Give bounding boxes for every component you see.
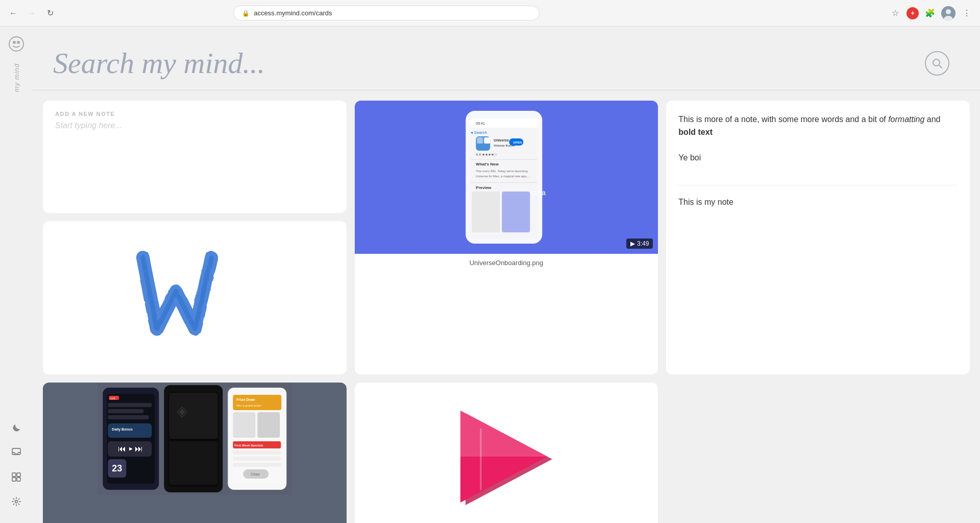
svg-text:⏮ ▶ ⏭: ⏮ ▶ ⏭: [118, 444, 143, 453]
video-duration-badge: ▶ 3:49: [626, 239, 653, 249]
sidebar-top: my mind: [7, 35, 26, 415]
svg-point-4: [13, 41, 16, 44]
browser-actions: ☆ + 🧩 ⋮: [888, 6, 974, 20]
play-icon: ▶: [630, 240, 635, 247]
main-content: Search my mind... ADD A NEW NOTE Start t…: [33, 27, 980, 523]
svg-rect-55: [169, 441, 217, 485]
svg-rect-22: [484, 137, 490, 144]
svg-rect-61: [233, 412, 255, 438]
svg-rect-65: [233, 450, 281, 455]
svg-text:First Week Specials: First Week Specials: [234, 444, 263, 447]
universe-card[interactable]: 09:41 ◂ Search Universe — Website Builde…: [355, 101, 658, 374]
page-title: Search my mind...: [53, 47, 265, 80]
svg-text:◈: ◈: [177, 403, 188, 419]
sidebar-label: my mind: [13, 63, 20, 92]
svg-rect-9: [12, 478, 16, 481]
svg-rect-43: [108, 409, 143, 413]
screenshots-svg: LIVE Daily Bonus ⏮ ▶ ⏭ 23: [43, 383, 347, 495]
svg-rect-34: [472, 192, 500, 232]
svg-point-11: [15, 501, 18, 503]
sidebar-bottom: [7, 419, 26, 515]
svg-rect-21: [477, 137, 483, 144]
extension-plus-button[interactable]: +: [906, 7, 919, 19]
sidebar: my mind: [0, 27, 33, 523]
w-logo-card[interactable]: [43, 221, 347, 374]
bookmark-button[interactable]: ☆: [888, 6, 902, 20]
svg-rect-28: [471, 159, 537, 160]
svg-text:23: 23: [112, 463, 122, 473]
screenshots-card[interactable]: LIVE Daily Bonus ⏮ ▶ ⏭ 23: [43, 383, 347, 523]
svg-rect-62: [257, 412, 280, 438]
svg-rect-32: [471, 182, 537, 183]
inbox-button[interactable]: [7, 443, 26, 462]
ye-boi-note: Ye boi: [678, 151, 958, 164]
svg-text:09:41: 09:41: [476, 122, 485, 125]
svg-text:Universe for Mac, a magical ne: Universe for Mac, a magical new app...: [476, 175, 529, 178]
svg-text:4.4 ★★★★☆: 4.4 ★★★★☆: [476, 153, 497, 156]
forward-button[interactable]: →: [24, 6, 39, 20]
address-bar[interactable]: 🔒 access.mymind.com/cards: [233, 6, 540, 20]
profile-avatar[interactable]: [941, 6, 955, 20]
svg-rect-10: [17, 478, 20, 481]
svg-text:What's New: What's New: [476, 162, 499, 167]
svg-rect-7: [12, 473, 16, 477]
svg-rect-8: [17, 473, 20, 477]
svg-rect-35: [502, 192, 530, 232]
svg-point-3: [9, 37, 23, 51]
play-button-card[interactable]: [355, 383, 658, 523]
svg-text:crea: crea: [531, 188, 546, 197]
add-note-label: ADD A NEW NOTE: [55, 111, 334, 117]
search-button[interactable]: [925, 51, 949, 76]
app-container: my mind: [0, 27, 980, 523]
back-button[interactable]: ←: [6, 6, 20, 20]
universe-image: 09:41 ◂ Search Universe — Website Builde…: [355, 101, 658, 254]
svg-rect-44: [108, 415, 149, 419]
lock-icon: 🔒: [242, 10, 250, 17]
svg-rect-67: [233, 463, 281, 467]
svg-line-13: [939, 65, 942, 68]
sidebar-logo: [7, 35, 26, 53]
dark-mode-button[interactable]: [7, 419, 26, 437]
svg-marker-72: [460, 411, 547, 457]
universe-filename: UniverseOnboarding.png: [355, 254, 658, 272]
svg-point-1: [946, 9, 951, 14]
extensions-button[interactable]: 🧩: [923, 6, 937, 20]
add-note-card[interactable]: ADD A NEW NOTE Start typing here...: [43, 101, 347, 213]
cards-grid: ADD A NEW NOTE Start typing here...: [33, 90, 980, 523]
svg-text:Win a grand prize!: Win a grand prize!: [236, 404, 261, 407]
long-note-content: This is more of a note, with some more w…: [678, 113, 958, 139]
play-button-svg: [450, 403, 562, 515]
settings-button[interactable]: [7, 492, 26, 511]
header: Search my mind...: [33, 27, 980, 90]
svg-text:Daily Bonus: Daily Bonus: [112, 427, 133, 432]
w-logo-svg: [128, 242, 261, 354]
reload-button[interactable]: ↻: [43, 6, 57, 20]
url-text: access.mymind.com/cards: [254, 9, 332, 17]
svg-rect-58: [233, 395, 281, 410]
svg-rect-66: [233, 457, 281, 461]
short-note-content: This is my note: [678, 185, 958, 209]
svg-text:This one's BIG. Today we're la: This one's BIG. Today we're launching: [476, 170, 528, 173]
svg-text:LIVE: LIVE: [110, 397, 116, 400]
browser-chrome: ← → ↻ 🔒 access.mymind.com/cards ☆ + 🧩 ⋮: [0, 0, 980, 27]
svg-text:Prize Draw: Prize Draw: [236, 398, 255, 401]
svg-text:Close: Close: [251, 472, 260, 476]
menu-button[interactable]: ⋮: [960, 6, 974, 20]
svg-text:Preview: Preview: [476, 185, 492, 190]
svg-text:◂ Search: ◂ Search: [471, 130, 487, 135]
add-note-placeholder: Start typing here...: [55, 121, 334, 130]
svg-rect-42: [108, 403, 152, 407]
svg-point-5: [17, 41, 20, 44]
grid-view-button[interactable]: [7, 468, 26, 486]
long-note-card[interactable]: This is more of a note, with some more w…: [666, 101, 970, 374]
svg-text:OPEN: OPEN: [513, 141, 522, 144]
